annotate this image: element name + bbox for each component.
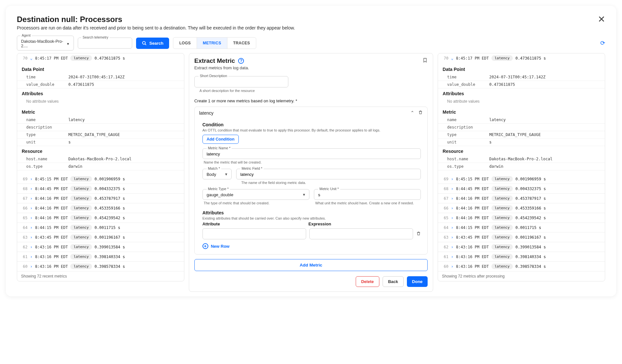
row-index: 70 xyxy=(20,56,28,61)
row-index: 68 xyxy=(441,187,448,191)
metric-field-input[interactable] xyxy=(240,172,417,177)
telemetry-row[interactable]: 69 › 8:45:15 PM EDT latency 0.001906959 … xyxy=(17,174,184,184)
tab-metrics[interactable]: METRICS xyxy=(197,38,227,49)
row-index: 69 xyxy=(20,177,28,181)
telemetry-row[interactable]: 61 › 8:43:16 PM EDT latency 0.398140334 … xyxy=(17,252,184,261)
metric-unit-input[interactable] xyxy=(318,192,417,197)
telemetry-row[interactable]: 62 › 8:43:16 PM EDT latency 0.399013584 … xyxy=(438,242,605,252)
back-button[interactable]: Back xyxy=(383,276,404,287)
metric-type-select[interactable]: Metric Type * gauge_double ▼ xyxy=(202,189,309,200)
telemetry-row[interactable]: 60 › 8:43:16 PM EDT latency 0.398578334 … xyxy=(17,261,184,271)
delete-metric-icon[interactable] xyxy=(418,110,423,116)
telemetry-row[interactable]: 68 › 8:44:45 PM EDT latency 0.004332375 … xyxy=(17,184,184,193)
kv-row: time2024-07-31T00:45:17.142Z xyxy=(438,74,605,81)
chevron-right-icon: › xyxy=(451,245,453,249)
kv-row: value_double0.473611875 xyxy=(17,81,184,88)
bookmark-icon[interactable] xyxy=(422,57,428,64)
toolbar: Agent Dakotas-MacBook-Pro-2.... ▼ Search… xyxy=(17,36,605,51)
new-row-button[interactable]: + New Row xyxy=(202,243,230,249)
chevron-right-icon: › xyxy=(451,177,453,181)
telemetry-row[interactable]: 65 › 8:44:16 PM EDT latency 0.454239542 … xyxy=(17,213,184,222)
chevron-right-icon: › xyxy=(30,206,32,210)
add-metric-button[interactable]: Add Metric xyxy=(194,259,428,271)
chevron-right-icon: › xyxy=(451,255,453,259)
telemetry-row[interactable]: 67 › 8:44:16 PM EDT latency 0.453787917 … xyxy=(438,193,605,203)
row-tag: latency xyxy=(491,244,513,250)
telemetry-row[interactable]: 68 › 8:44:45 PM EDT latency 0.004332375 … xyxy=(438,184,605,193)
page-title: Destination null: Processors xyxy=(17,15,605,24)
tab-logs[interactable]: LOGS xyxy=(173,38,197,49)
delete-button[interactable]: Delete xyxy=(356,276,379,287)
short-description-field[interactable]: Short Description xyxy=(194,76,288,87)
chevron-right-icon: › xyxy=(30,196,32,201)
telemetry-row[interactable]: 69 › 8:45:15 PM EDT latency 0.001906959 … xyxy=(438,174,605,184)
telemetry-row[interactable]: 66 › 8:44:16 PM EDT latency 0.453359166 … xyxy=(438,203,605,213)
row-tag: latency xyxy=(70,55,92,61)
row-time: 8:44:15 PM EDT xyxy=(35,225,68,230)
detail-block: Data Point time2024-07-31T00:45:17.142Zv… xyxy=(438,63,605,174)
telemetry-row[interactable]: 60 › 8:43:16 PM EDT latency 0.398578334 … xyxy=(438,261,605,271)
data-point-header: Data Point xyxy=(438,64,605,74)
chevron-right-icon: › xyxy=(451,225,453,230)
row-index: 62 xyxy=(20,245,28,249)
telemetry-row[interactable]: 65 › 8:44:16 PM EDT latency 0.454239542 … xyxy=(438,213,605,222)
row-index: 67 xyxy=(20,196,28,201)
row-tag: latency xyxy=(491,186,513,191)
tab-traces[interactable]: TRACES xyxy=(227,38,256,49)
metric-card-title: latency xyxy=(199,110,213,116)
row-value: 0.001196167 s xyxy=(95,235,125,240)
short-description-hint: A short description for the resource xyxy=(200,89,428,93)
chevron-down-icon: ▼ xyxy=(225,172,228,176)
row-tag: latency xyxy=(70,176,92,182)
kv-row: host.nameDakotas-MacBook-Pro-2.local xyxy=(17,155,184,163)
search-input[interactable] xyxy=(82,41,128,46)
row-index: 63 xyxy=(20,235,28,240)
metric-field-input-wrap: Metric Field * xyxy=(236,169,421,179)
telemetry-row[interactable]: 62 › 8:43:16 PM EDT latency 0.399013584 … xyxy=(17,242,184,252)
metric-name-hint: Name the metric that will be created. xyxy=(204,160,421,164)
row-value: 0.398140334 s xyxy=(515,255,546,259)
telemetry-row[interactable]: 61 › 8:43:16 PM EDT latency 0.398140334 … xyxy=(438,252,605,261)
row-time: 8:44:16 PM EDT xyxy=(35,206,68,210)
collapse-icon[interactable]: ⌃ xyxy=(410,110,414,116)
agent-select[interactable]: Agent Dakotas-MacBook-Pro-2.... ▼ xyxy=(17,36,74,51)
close-button[interactable]: ✕ xyxy=(598,15,605,24)
search-telemetry-field[interactable]: Search telemetry xyxy=(78,38,132,49)
match-select[interactable]: Match * Body ▼ xyxy=(202,169,232,179)
metric-unit-field: Metric Unit * xyxy=(314,189,421,200)
telemetry-row[interactable]: 64 › 8:44:15 PM EDT latency 0.0011715 s xyxy=(438,222,605,232)
row-time: 8:43:45 PM EDT xyxy=(456,235,489,240)
telemetry-row[interactable]: 67 › 8:44:16 PM EDT latency 0.453787917 … xyxy=(17,193,184,203)
done-button[interactable]: Done xyxy=(407,276,428,287)
help-icon[interactable]: ? xyxy=(238,58,244,64)
chevron-down-icon[interactable]: ⌄ xyxy=(30,56,32,61)
row-index: 70 xyxy=(441,56,448,61)
telemetry-row[interactable]: 63 › 8:43:45 PM EDT latency 0.001196167 … xyxy=(17,232,184,242)
no-attributes: No attribute values xyxy=(438,98,605,107)
add-condition-button[interactable]: Add Condition xyxy=(202,135,239,144)
kv-row: description xyxy=(438,124,605,131)
row-value: 0.399013584 s xyxy=(515,245,546,249)
telemetry-row[interactable]: 66 › 8:44:16 PM EDT latency 0.453359166 … xyxy=(17,203,184,213)
short-description-input[interactable] xyxy=(199,80,284,85)
telemetry-row[interactable]: 64 › 8:44:15 PM EDT latency 0.0011715 s xyxy=(17,222,184,232)
row-index: 66 xyxy=(441,206,448,210)
chevron-down-icon[interactable]: ⌄ xyxy=(451,56,453,61)
attribute-input[interactable] xyxy=(202,228,306,239)
row-time: 8:44:45 PM EDT xyxy=(456,187,489,191)
row-time: 8:43:45 PM EDT xyxy=(35,235,68,240)
row-time: 8:45:17 PM EDT xyxy=(35,56,68,61)
expression-input[interactable] xyxy=(309,228,413,239)
row-time: 8:43:16 PM EDT xyxy=(35,255,68,259)
telemetry-row[interactable]: 63 › 8:43:45 PM EDT latency 0.001196167 … xyxy=(438,232,605,242)
row-tag: latency xyxy=(491,215,513,221)
row-value: 0.004332375 s xyxy=(515,187,546,191)
svg-line-1 xyxy=(145,44,146,45)
delete-row-icon[interactable] xyxy=(416,231,421,237)
metric-name-input[interactable] xyxy=(207,152,417,156)
row-time: 8:44:16 PM EDT xyxy=(35,196,68,201)
row-value: 0.453359166 s xyxy=(515,206,546,210)
search-button[interactable]: Search xyxy=(136,38,169,49)
row-tag: latency xyxy=(491,205,513,211)
refresh-button[interactable]: ⟳ xyxy=(600,40,605,47)
